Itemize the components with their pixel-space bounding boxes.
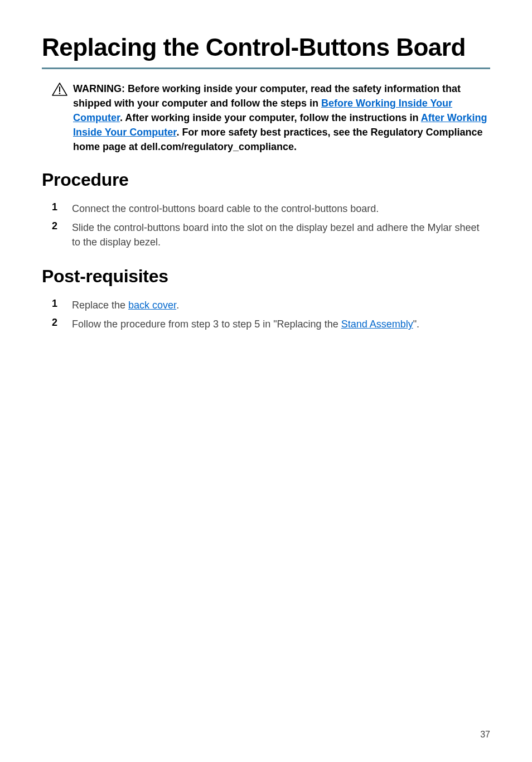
list-item: 1 Connect the control-buttons board cabl… [42,201,490,216]
warning-block: WARNING: Before working inside your comp… [42,81,490,154]
item-number: 2 [52,220,72,232]
title-divider [42,67,490,69]
warning-triangle-icon [52,83,67,97]
item-number: 1 [52,298,72,310]
item-text: Connect the control-buttons board cable … [72,201,490,216]
item-text: Slide the control-buttons board into the… [72,220,490,249]
list-item: 2 Slide the control-buttons board into t… [42,220,490,249]
postreq-heading: Post-requisites [42,266,490,287]
warning-mid1: . After working inside your computer, fo… [120,112,421,123]
list-item: 1 Replace the back cover. [42,298,490,312]
item-pre: Follow the procedure from step 3 to step… [72,319,341,330]
item-text: Follow the procedure from step 3 to step… [72,317,490,331]
page-title: Replacing the Control-Buttons Board [42,33,490,62]
warning-text: WARNING: Before working inside your comp… [73,81,490,154]
link-back-cover[interactable]: back cover [128,300,176,311]
item-post: ". [413,319,419,330]
link-stand-assembly[interactable]: Stand Assembly [341,319,413,330]
item-post: . [176,300,179,311]
procedure-list: 1 Connect the control-buttons board cabl… [42,201,490,249]
svg-point-1 [59,93,61,94]
procedure-heading: Procedure [42,170,490,190]
item-number: 1 [52,201,72,213]
page-number: 37 [480,730,490,740]
postreq-list: 1 Replace the back cover. 2 Follow the p… [42,298,490,331]
item-number: 2 [52,317,72,329]
item-text: Replace the back cover. [72,298,490,312]
item-pre: Replace the [72,300,128,311]
list-item: 2 Follow the procedure from step 3 to st… [42,317,490,331]
warning-icon-col [52,81,73,99]
